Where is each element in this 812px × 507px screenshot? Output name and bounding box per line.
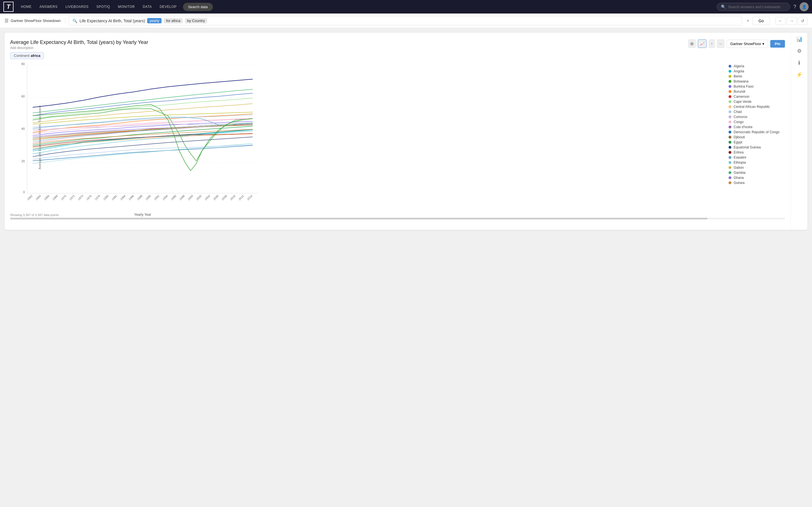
legend-dot bbox=[728, 166, 731, 169]
svg-text:Yearly Year: Yearly Year bbox=[134, 213, 151, 217]
legend-label: Gambia bbox=[733, 171, 746, 175]
data-count: Showing 3,347 of 3,347 data points bbox=[10, 213, 59, 217]
user-avatar[interactable]: 👤 bbox=[800, 2, 809, 11]
legend-item: Eritrea bbox=[728, 150, 785, 155]
legend-label: Cameroon bbox=[733, 95, 749, 99]
chart-icon[interactable]: 📊 bbox=[796, 36, 802, 42]
back-button[interactable]: ← bbox=[775, 17, 785, 25]
legend-dot bbox=[728, 90, 731, 93]
legend-label: Equatorial Guinea bbox=[733, 145, 761, 149]
legend-dot bbox=[728, 115, 731, 118]
svg-text:80: 80 bbox=[21, 62, 25, 66]
go-button[interactable]: Go bbox=[753, 17, 770, 25]
nav-data[interactable]: DATA bbox=[140, 3, 154, 10]
pin-button[interactable]: Pin bbox=[770, 40, 785, 48]
legend-label: Botswana bbox=[733, 79, 749, 83]
chart-view-button[interactable]: 📈 bbox=[698, 40, 707, 48]
chip-for-africa[interactable]: for africa bbox=[164, 18, 183, 23]
main-content: Average Life Expectancy At Birth, Total … bbox=[4, 33, 808, 230]
nav-home[interactable]: HOME bbox=[18, 3, 35, 10]
chart-footer: Showing 3,347 of 3,347 data points bbox=[10, 213, 785, 219]
nav-spotiq[interactable]: SPOTIQ bbox=[94, 3, 113, 10]
workspace-selector[interactable]: ☰ Gartner ShowFloor Showdown bbox=[4, 18, 65, 23]
chart-subtitle[interactable]: Add description bbox=[10, 46, 148, 50]
legend-dot bbox=[728, 176, 731, 179]
legend-dot bbox=[728, 75, 731, 78]
chip-yearly[interactable]: yearly bbox=[147, 18, 161, 23]
nav-monitor[interactable]: MONITOR bbox=[115, 3, 138, 10]
svg-text:2002: 2002 bbox=[196, 194, 202, 201]
refresh-button[interactable]: ↺ bbox=[798, 17, 808, 25]
global-search-input[interactable] bbox=[728, 5, 786, 9]
svg-text:2000: 2000 bbox=[187, 194, 194, 201]
legend-item: Algeria bbox=[728, 64, 785, 69]
chip-by-country[interactable]: by Country bbox=[185, 18, 207, 23]
share-button[interactable]: ↑ bbox=[709, 40, 715, 48]
chart-area: Average Life Expectancy At Birth, Total … bbox=[4, 33, 791, 230]
svg-text:1976: 1976 bbox=[86, 194, 93, 201]
clear-button[interactable]: × bbox=[747, 18, 749, 23]
legend-label: Algeria bbox=[733, 64, 744, 68]
legend-dot bbox=[728, 146, 731, 149]
svg-text:2004: 2004 bbox=[204, 194, 211, 201]
legend-label: Central African Republic bbox=[733, 105, 770, 109]
svg-text:60: 60 bbox=[21, 95, 25, 98]
legend-item: Egypt bbox=[728, 140, 785, 145]
legend-dot bbox=[728, 156, 731, 159]
global-search-bar[interactable]: 🔍 bbox=[717, 3, 790, 11]
legend-dot bbox=[728, 70, 731, 73]
settings-icon[interactable]: ⚙ bbox=[797, 48, 802, 54]
filter-chip[interactable]: Continent africa bbox=[10, 52, 44, 59]
chart-actions: ⊞ 📈 ↑ ··· Gartner ShowFloor ▾ Pin bbox=[688, 40, 785, 48]
svg-text:1964: 1964 bbox=[35, 194, 42, 201]
legend-label: Congo bbox=[733, 120, 744, 124]
search-icon-small: 🔍 bbox=[72, 18, 77, 23]
legend-dot bbox=[728, 65, 731, 68]
search-icon: 🔍 bbox=[721, 4, 726, 9]
menu-icon: ☰ bbox=[4, 18, 8, 23]
legend-label: Burkina Faso bbox=[733, 84, 754, 89]
svg-text:40: 40 bbox=[21, 127, 25, 130]
lightning-icon[interactable]: ⚡ bbox=[796, 71, 802, 78]
svg-text:20: 20 bbox=[21, 159, 25, 163]
legend-label: Cote d'Ivoire bbox=[733, 125, 753, 129]
svg-text:0: 0 bbox=[23, 190, 25, 194]
legend-label: Angola bbox=[733, 69, 744, 73]
legend-label: Ethiopia bbox=[733, 161, 746, 165]
forward-button[interactable]: → bbox=[786, 17, 797, 25]
svg-text:1980: 1980 bbox=[103, 194, 109, 201]
info-icon[interactable]: ℹ bbox=[798, 60, 800, 66]
nav-develop[interactable]: DEVELOP bbox=[157, 3, 179, 10]
chart-container: Average Life Expectancy At Birth, Total … bbox=[10, 64, 785, 211]
legend-label: Djibouti bbox=[733, 135, 745, 139]
legend-item: Cape Verde bbox=[728, 99, 785, 104]
app-logo[interactable]: T bbox=[3, 2, 13, 12]
svg-text:1992: 1992 bbox=[153, 194, 160, 201]
search-input-area[interactable]: 🔍 Life Expectancy At Birth, Total (years… bbox=[69, 16, 742, 25]
legend-item: Equatorial Guinea bbox=[728, 145, 785, 150]
nav-answers[interactable]: ANSWERS bbox=[37, 3, 60, 10]
legend-item: Democratic Republic of Congo bbox=[728, 129, 785, 135]
legend-label: Ghana bbox=[733, 176, 744, 180]
svg-text:2014: 2014 bbox=[246, 194, 253, 201]
svg-text:1984: 1984 bbox=[119, 194, 126, 201]
legend-dot bbox=[728, 126, 731, 128]
help-icon[interactable]: ? bbox=[794, 4, 796, 10]
query-text: Life Expectancy At Birth, Total (years) bbox=[80, 18, 145, 23]
legend-label: Gabon bbox=[733, 166, 744, 170]
nav-liveboards[interactable]: LIVEBOARDS bbox=[63, 3, 91, 10]
right-panel: 📊 ⚙ ℹ ⚡ bbox=[791, 33, 808, 230]
liveboard-dropdown[interactable]: Gartner ShowFloor ▾ bbox=[726, 40, 768, 48]
legend-dot bbox=[728, 80, 731, 83]
legend-dot bbox=[728, 121, 731, 123]
legend-label: Egypt bbox=[733, 140, 742, 144]
scrollbar-track[interactable] bbox=[10, 218, 785, 219]
svg-text:1972: 1972 bbox=[69, 194, 75, 201]
legend-dot bbox=[728, 105, 731, 108]
legend-dot bbox=[728, 95, 731, 98]
table-view-button[interactable]: ⊞ bbox=[688, 40, 696, 48]
svg-text:2008: 2008 bbox=[221, 194, 228, 201]
more-options-button[interactable]: ··· bbox=[717, 40, 724, 48]
chart-header: Average Life Expectancy At Birth, Total … bbox=[10, 40, 785, 50]
search-data-button[interactable]: Search data bbox=[183, 3, 213, 11]
